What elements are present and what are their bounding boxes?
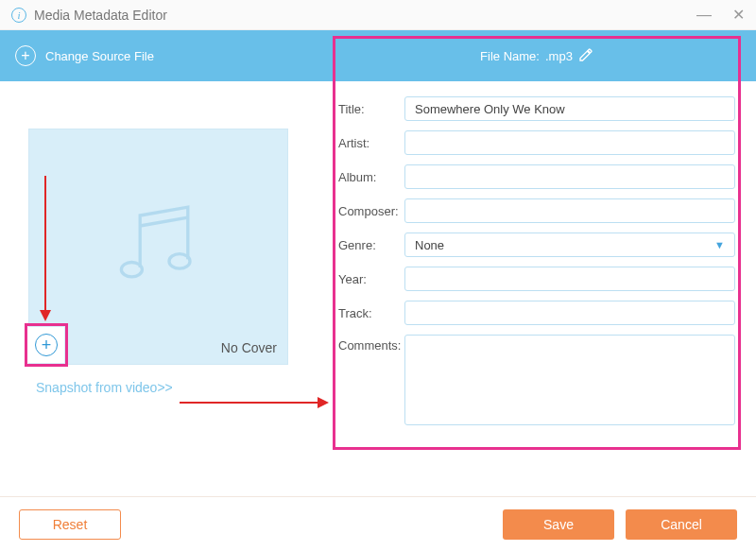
file-name-label: File Name: [480,49,540,63]
chevron-down-icon: ▼ [714,239,725,250]
genre-select[interactable]: None ▼ [404,232,735,257]
year-input[interactable] [404,267,735,291]
annotation-arrow-right [180,393,329,412]
artist-label: Artist: [338,136,404,150]
minimize-button[interactable]: — [696,8,712,23]
comments-input[interactable] [404,335,735,425]
year-label: Year: [338,272,404,286]
content: No Cover + Snapshot from video>> Title: … [0,81,756,496]
album-input[interactable] [404,164,735,189]
window-title: Media Metadata Editor [34,8,167,23]
add-cover-button[interactable]: + [28,327,64,363]
genre-label: Genre: [338,238,404,252]
music-note-icon [107,195,211,299]
cover-art-panel [28,129,288,365]
edit-filename-button[interactable] [578,47,593,65]
reset-button[interactable]: Reset [19,509,121,540]
save-button[interactable]: Save [503,509,614,540]
svg-marker-5 [318,397,329,408]
composer-label: Composer: [338,204,404,218]
artist-input[interactable] [404,130,735,155]
cancel-button[interactable]: Cancel [626,509,737,540]
plus-icon [15,45,36,66]
change-source-button[interactable]: Change Source File [15,45,154,66]
change-source-label: Change Source File [45,49,154,63]
close-button[interactable]: ✕ [732,8,745,23]
footer: Reset Save Cancel [0,496,756,551]
svg-point-0 [121,263,142,277]
genre-value: None [415,238,444,252]
comments-label: Comments: [338,335,404,353]
metadata-form: Title: Artist: Album: Composer: Genre: N… [338,96,735,435]
pencil-icon [578,47,593,62]
track-input[interactable] [404,301,735,325]
snapshot-link[interactable]: Snapshot from video>> [36,380,173,395]
file-name-value: .mp3 [545,49,573,63]
title-input[interactable] [404,96,735,121]
window-controls: — ✕ [696,8,745,23]
titlebar: i Media Metadata Editor — ✕ [0,0,756,30]
file-name-bar: File Name: .mp3 [338,30,735,81]
svg-point-1 [169,254,190,268]
composer-input[interactable] [404,198,735,223]
plus-icon: + [35,334,58,356]
title-label: Title: [338,102,404,116]
info-icon: i [11,8,26,23]
album-label: Album: [338,170,404,184]
track-label: Track: [338,306,404,320]
